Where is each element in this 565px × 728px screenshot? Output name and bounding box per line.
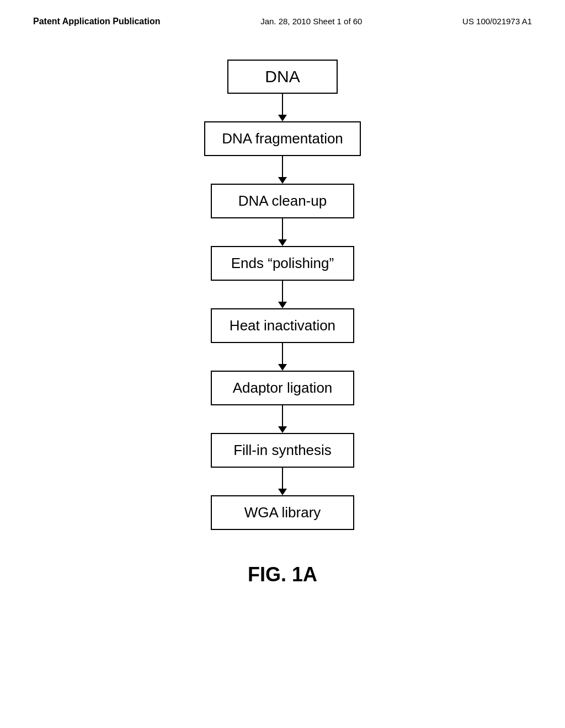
- arrow-line: [282, 343, 283, 364]
- arrow-5: [278, 343, 287, 371]
- publication-label: Patent Application Publication: [33, 17, 161, 26]
- arrow-head: [278, 115, 287, 121]
- arrow-line: [282, 218, 283, 239]
- arrow-line: [282, 281, 283, 302]
- arrow-head: [278, 239, 287, 246]
- arrow-line: [282, 156, 283, 177]
- date-sheet-label: Jan. 28, 2010 Sheet 1 of 60: [260, 17, 362, 26]
- step-ends-polishing: Ends “polishing”: [211, 246, 354, 281]
- arrow-head: [278, 177, 287, 184]
- figure-label: FIG. 1A: [248, 563, 317, 586]
- step-adaptor-ligation: Adaptor ligation: [211, 371, 354, 405]
- arrow-2: [278, 156, 287, 184]
- step-dna-cleanup: DNA clean-up: [211, 184, 354, 218]
- arrow-1: [278, 94, 287, 121]
- arrow-head: [278, 302, 287, 308]
- step-dna-fragmentation: DNA fragmentation: [204, 121, 361, 156]
- arrow-4: [278, 281, 287, 308]
- step-dna: DNA: [227, 60, 338, 94]
- main-content: DNA DNA fragmentation DNA clean-up Ends …: [0, 38, 565, 586]
- arrow-7: [278, 468, 287, 495]
- flowchart: DNA DNA fragmentation DNA clean-up Ends …: [204, 60, 361, 530]
- arrow-head: [278, 489, 287, 495]
- arrow-line: [282, 94, 283, 115]
- arrow-head: [278, 426, 287, 433]
- step-heat-inactivation: Heat inactivation: [211, 308, 354, 343]
- page-header: Patent Application Publication Jan. 28, …: [0, 0, 565, 38]
- step-fill-in-synthesis: Fill-in synthesis: [211, 433, 354, 468]
- patent-number-label: US 100/021973 A1: [462, 17, 532, 26]
- arrow-6: [278, 405, 287, 433]
- arrow-3: [278, 218, 287, 246]
- arrow-line: [282, 405, 283, 426]
- step-wga-library: WGA library: [211, 495, 354, 530]
- arrow-head: [278, 364, 287, 371]
- arrow-line: [282, 468, 283, 489]
